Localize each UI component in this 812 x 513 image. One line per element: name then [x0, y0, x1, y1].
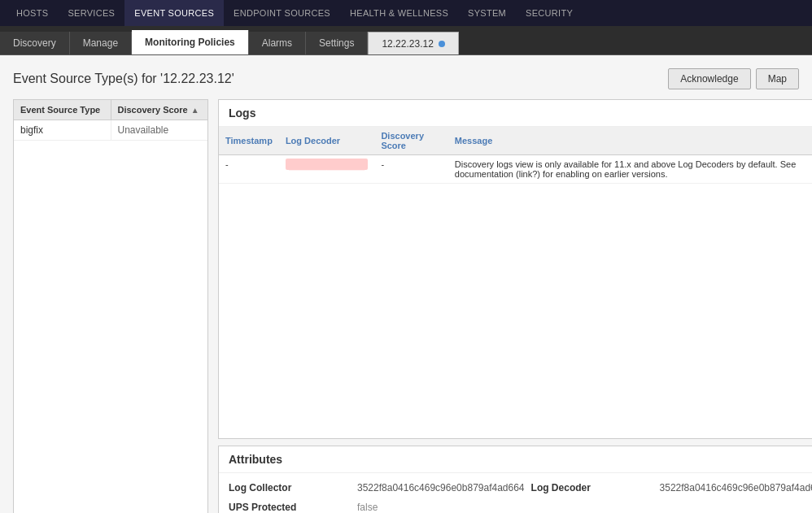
- acknowledge-button[interactable]: Acknowledge: [668, 68, 750, 89]
- col-discovery-score: Discovery Score ▲: [111, 100, 208, 120]
- event-source-type-panel: Event Source Type Discovery Score ▲ bigf…: [13, 99, 208, 513]
- right-panel: Logs Timestamp Log Decoder Discovery Sco…: [218, 99, 812, 513]
- header-buttons: Acknowledge Map: [668, 68, 799, 89]
- attributes-section: Attributes Log Collector 3522f8a0416c469…: [218, 446, 812, 513]
- attr-value-ups-protected: false: [351, 499, 531, 513]
- tab-discovery[interactable]: Discovery: [0, 32, 70, 54]
- table-row: bigfix Unavailable: [14, 120, 207, 141]
- nav-hosts[interactable]: HOSTS: [7, 0, 58, 26]
- page-header: Event Source Type(s) for '12.22.23.12' A…: [13, 68, 799, 89]
- nav-health-wellness[interactable]: HEALTH & WELLNESS: [340, 0, 458, 26]
- col-log-decoder: Log Decoder: [279, 127, 375, 155]
- logs-table: Timestamp Log Decoder Discovery Score Me…: [219, 127, 812, 184]
- attr-label-log-collector: Log Collector: [229, 480, 351, 496]
- main-layout: Event Source Type Discovery Score ▲ bigf…: [13, 99, 799, 513]
- logs-table-header: Timestamp Log Decoder Discovery Score Me…: [219, 127, 812, 155]
- page-title: Event Source Type(s) for '12.22.23.12': [13, 72, 234, 86]
- log-decoder-value: ████████████: [279, 155, 375, 184]
- tab-alarms[interactable]: Alarms: [249, 32, 306, 54]
- nav-endpoint-sources[interactable]: ENDPOINT SOURCES: [224, 0, 340, 26]
- ip-status-indicator: [439, 41, 445, 47]
- col-message: Message: [448, 127, 812, 155]
- nav-system[interactable]: SYSTEM: [458, 0, 516, 26]
- logs-section-title: Logs: [219, 100, 812, 127]
- attr-label-log-decoder: Log Decoder: [531, 480, 653, 496]
- tab-monitoring-policies[interactable]: Monitoring Policies: [132, 30, 249, 54]
- col-event-source-type: Event Source Type: [14, 100, 111, 120]
- tab-manage[interactable]: Manage: [70, 32, 132, 54]
- col-timestamp: Timestamp: [219, 127, 279, 155]
- col-discovery-score: Discovery Score: [374, 127, 447, 155]
- attr-label-ups-protected: UPS Protected: [229, 499, 351, 513]
- sort-arrow-icon: ▲: [191, 106, 199, 115]
- event-source-type-value: bigfix: [14, 120, 111, 140]
- table-row: - ████████████ - Discovery logs view is …: [219, 155, 812, 184]
- discovery-score-value: Unavailable: [111, 120, 208, 140]
- ip-tab-label: 12.22.23.12: [382, 38, 433, 50]
- tab-ip-address[interactable]: 12.22.23.12: [368, 32, 458, 54]
- map-button[interactable]: Map: [756, 68, 799, 89]
- log-timestamp: -: [219, 155, 279, 184]
- top-navigation: HOSTS SERVICES EVENT SOURCES ENDPOINT SO…: [0, 0, 812, 26]
- log-discovery-score: -: [374, 155, 447, 184]
- sub-tabs-bar: Discovery Manage Monitoring Policies Ala…: [0, 26, 812, 55]
- nav-services[interactable]: SERVICES: [58, 0, 124, 26]
- log-decoder-blurred: ████████████: [286, 159, 369, 170]
- tab-settings[interactable]: Settings: [306, 32, 368, 54]
- page-content: Event Source Type(s) for '12.22.23.12' A…: [0, 55, 812, 513]
- nav-security[interactable]: SECURITY: [516, 0, 583, 26]
- nav-event-sources[interactable]: EVENT SOURCES: [124, 0, 224, 26]
- log-message: Discovery logs view is only available fo…: [448, 155, 812, 184]
- attr-value-log-decoder: 3522f8a0416c469c96e0b879af4ad664: [653, 480, 812, 496]
- left-panel-header: Event Source Type Discovery Score ▲: [14, 100, 207, 120]
- attributes-grid: Log Collector 3522f8a0416c469c96e0b879af…: [219, 473, 812, 513]
- attributes-section-title: Attributes: [219, 446, 812, 473]
- logs-section: Logs Timestamp Log Decoder Discovery Sco…: [218, 99, 812, 439]
- attr-value-log-collector: 3522f8a0416c469c96e0b879af4ad664: [351, 480, 531, 496]
